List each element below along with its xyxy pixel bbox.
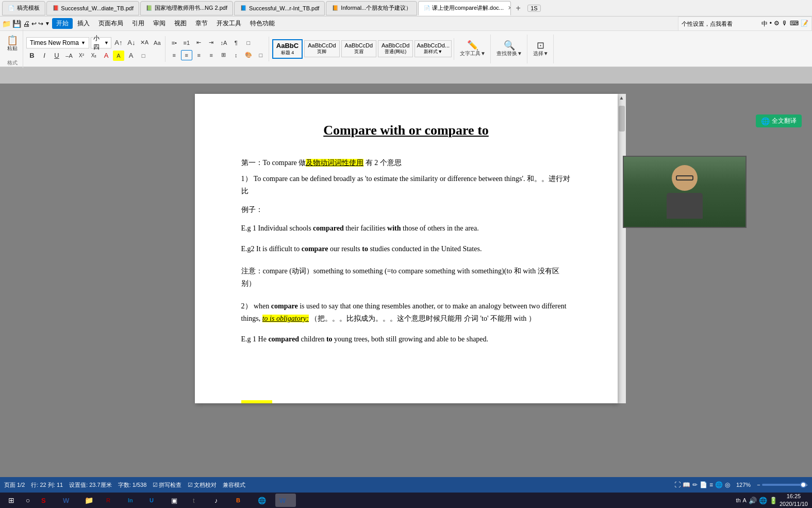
- shading-button[interactable]: 🎨: [243, 50, 254, 60]
- align-right-button[interactable]: ≡: [193, 50, 205, 60]
- scroll-rail[interactable]: ▲: [618, 94, 626, 403]
- doc-compare-checkbox[interactable]: ☑ 文档校对: [188, 481, 217, 489]
- page-view-icon[interactable]: 📄: [700, 481, 707, 488]
- indent-increase-button[interactable]: ⇥: [206, 38, 217, 48]
- tab-4[interactable]: 📘 Successful_W...r-Int_TB.pdf: [234, 1, 325, 15]
- numbering-button[interactable]: ≡1: [181, 38, 192, 48]
- qa-dropdown-icon[interactable]: ▼: [45, 21, 50, 26]
- strikethrough-button[interactable]: –A: [63, 51, 75, 61]
- tab-3[interactable]: 📗 国家地理教师用书...NG 2.pdf: [140, 1, 233, 15]
- font-color-button[interactable]: A: [101, 51, 112, 61]
- menu-page-layout[interactable]: 页面布局: [94, 18, 127, 29]
- taskbar-app-wps[interactable]: S: [37, 494, 58, 507]
- select-button[interactable]: ⊡ 选择▼: [531, 36, 551, 62]
- underline-button[interactable]: U: [51, 51, 62, 61]
- lang-indicator[interactable]: th: [736, 497, 740, 503]
- network-icon[interactable]: 🌐: [759, 497, 767, 504]
- taskbar-app-t[interactable]: t: [189, 494, 209, 507]
- taskbar-app-b[interactable]: B: [232, 494, 253, 507]
- align-left-button[interactable]: ≡: [169, 50, 180, 60]
- subscript-button[interactable]: X₂: [88, 51, 100, 61]
- cortana-button[interactable]: ○: [21, 494, 35, 507]
- find-replace-button[interactable]: 🔍 查找替换▼: [494, 36, 525, 62]
- clock[interactable]: 16:25 2020/11/10: [780, 493, 808, 508]
- tab-1[interactable]: 📄 稿壳模板: [2, 1, 45, 15]
- show-formatting-button[interactable]: ¶: [230, 38, 242, 48]
- menu-chapter[interactable]: 章节: [191, 18, 212, 29]
- reading-view-icon[interactable]: 📖: [683, 481, 690, 488]
- menu-view[interactable]: 视图: [170, 18, 191, 29]
- clear-format-button[interactable]: ✕A: [139, 38, 150, 48]
- fullscreen-icon[interactable]: ⛶: [674, 481, 681, 488]
- taskbar-app-word[interactable]: W: [59, 494, 79, 507]
- italic-button[interactable]: I: [39, 51, 50, 61]
- bullets-button[interactable]: ≡•: [169, 38, 180, 48]
- style-footer[interactable]: AaBbCcDd 页脚: [304, 40, 339, 57]
- paste-button[interactable]: 📋 粘贴: [4, 30, 21, 57]
- tab-add-button[interactable]: +: [512, 2, 524, 14]
- spell-check-checkbox[interactable]: ☑ 拼写检查: [153, 481, 181, 489]
- taskbar-app-box[interactable]: ▣: [167, 494, 188, 507]
- web-layout-icon[interactable]: 🌐: [715, 481, 723, 488]
- text-tools-button[interactable]: ✏️ 文字工具▼: [457, 36, 488, 62]
- font-size-decrease[interactable]: A↓: [126, 38, 137, 48]
- style-heading4[interactable]: AaBbC 标题 4: [272, 39, 303, 59]
- ime-switch[interactable]: A: [743, 497, 747, 503]
- menu-start[interactable]: 开始: [52, 18, 73, 29]
- style-new[interactable]: AaBbCcDd... 新样式▼: [415, 40, 452, 57]
- focus-icon[interactable]: ◎: [725, 481, 730, 488]
- taskbar-app-u[interactable]: U: [145, 494, 166, 507]
- zoom-out-icon[interactable]: −: [757, 482, 760, 488]
- tab-5[interactable]: 📙 Informal...个朋友给予建议）: [326, 1, 417, 15]
- outline-view-icon[interactable]: ≡: [709, 481, 713, 488]
- taskbar-app-chrome[interactable]: 🌐: [254, 494, 274, 507]
- taskbar-app-folder[interactable]: 📁: [80, 494, 101, 507]
- line-spacing-button[interactable]: ↕: [230, 50, 242, 60]
- taskbar-app-word2[interactable]: W: [275, 494, 296, 507]
- border-btn[interactable]: □: [138, 51, 149, 61]
- battery-icon[interactable]: 🔋: [769, 497, 777, 504]
- font-size-selector[interactable]: 小四 ▼: [91, 37, 111, 48]
- volume-icon[interactable]: 🔊: [749, 497, 757, 504]
- edit-icon[interactable]: ✏: [692, 481, 698, 488]
- zoom-slider[interactable]: − +: [757, 482, 808, 488]
- highlight-button[interactable]: A: [113, 51, 124, 61]
- superscript-button[interactable]: X²: [76, 51, 87, 61]
- ime-bar[interactable]: 个性设置，点我看看 中•⚙🎙⌨📝: [678, 17, 812, 31]
- translate-button[interactable]: 🌐 全文翻译: [756, 114, 802, 127]
- qa-print[interactable]: 🖨: [23, 20, 30, 28]
- indent-decrease-button[interactable]: ⇤: [193, 38, 205, 48]
- format-copy-button[interactable]: 格式: [6, 59, 19, 67]
- tab-2[interactable]: 📕 Successful_W...diate_TB.pdf: [46, 1, 139, 15]
- chrome-icon: 🌐: [258, 497, 266, 504]
- taskbar-app-r[interactable]: R: [102, 494, 123, 507]
- font-size-increase[interactable]: A↑: [113, 38, 124, 48]
- sort-button[interactable]: ↕A: [218, 38, 229, 48]
- scroll-up-icon[interactable]: ▲: [619, 95, 624, 101]
- menu-dev[interactable]: 开发工具: [212, 18, 245, 29]
- taskbar-app-music[interactable]: ♪: [210, 494, 231, 507]
- scroll-thumb[interactable]: [619, 106, 625, 132]
- change-case-button[interactable]: Aa: [152, 38, 163, 48]
- bold-button[interactable]: B: [26, 51, 38, 61]
- menu-references[interactable]: 引用: [128, 18, 148, 29]
- qa-open[interactable]: 📁: [2, 20, 11, 28]
- zoom-handle[interactable]: [800, 482, 806, 488]
- menu-insert[interactable]: 插入: [73, 18, 94, 29]
- start-button[interactable]: ⊞: [4, 494, 19, 507]
- columns-button[interactable]: ⊞: [218, 50, 229, 60]
- border-style-button[interactable]: □: [255, 50, 267, 60]
- font-color-2-button[interactable]: A: [125, 51, 137, 61]
- border-shading-button[interactable]: □: [243, 38, 254, 48]
- justify-button[interactable]: ≡: [206, 50, 217, 60]
- font-name-selector[interactable]: Times New Roma ▼: [26, 37, 89, 48]
- menu-review[interactable]: 审阅: [149, 18, 170, 29]
- menu-special[interactable]: 特色功能: [246, 18, 279, 29]
- qa-save[interactable]: 💾: [12, 20, 21, 28]
- tab-6-close[interactable]: ✕: [508, 5, 511, 11]
- style-header[interactable]: AaBbCcDd 页眉: [341, 40, 376, 57]
- style-normal-web[interactable]: AaBbCcDd 普通(网站): [378, 40, 413, 57]
- taskbar-app-in[interactable]: In: [124, 494, 144, 507]
- tab-6[interactable]: 📄 课上使用compare讲解.doc... ✕: [418, 1, 511, 15]
- align-center-button[interactable]: ≡: [181, 50, 192, 60]
